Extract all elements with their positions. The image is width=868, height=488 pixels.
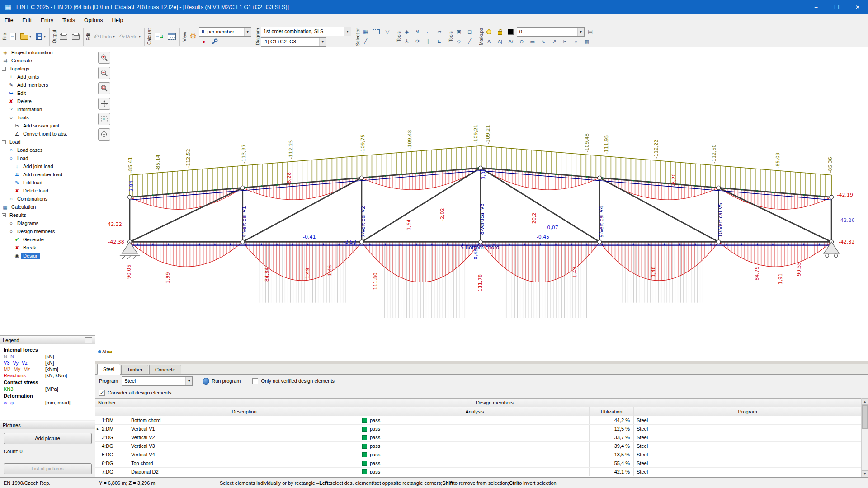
- chevron-down-icon[interactable]: ▾: [344, 27, 351, 36]
- scroll-up-button[interactable]: ▲: [862, 398, 868, 405]
- column-number[interactable]: Number: [95, 399, 128, 407]
- redo-button[interactable]: ↷Redo▾: [117, 28, 143, 46]
- tree-item-design-members[interactable]: ○Design members: [0, 227, 95, 235]
- zoom-window-button[interactable]: [98, 82, 110, 94]
- dropdown-icon[interactable]: ▾: [44, 34, 46, 38]
- truss-scene[interactable]: -85,41-85,14-112,52-113,97-112,25-109,75…: [95, 47, 868, 361]
- zoom-out-button[interactable]: [98, 67, 110, 79]
- pan-button[interactable]: [98, 98, 110, 110]
- dropdown-icon[interactable]: ▾: [139, 34, 141, 38]
- tree-item-edit-load[interactable]: ✎Edit load: [0, 178, 95, 187]
- table-row[interactable]: 4:DGVertical V3pass39,4 %Steel: [95, 442, 861, 450]
- column-analysis[interactable]: Analysis: [360, 407, 590, 416]
- tool-icon-button[interactable]: ⊾: [434, 37, 444, 46]
- scroll-thumb[interactable]: [862, 405, 868, 429]
- tree-item-load-sub[interactable]: ○Load: [0, 154, 95, 162]
- tab-steel[interactable]: Steel: [97, 364, 120, 375]
- tree-item-generate-design[interactable]: ✔Generate: [0, 235, 95, 244]
- tree-item-add-members[interactable]: ✎Add members: [0, 81, 95, 89]
- tree-item-information[interactable]: ?Information: [0, 105, 95, 113]
- tool-icon-button[interactable]: ∿: [538, 38, 548, 46]
- table-row[interactable]: 3:DGVertical V2pass33,7 %Steel: [95, 433, 861, 442]
- tool-icon-button[interactable]: ⊙: [517, 38, 527, 46]
- menu-tools[interactable]: Tools: [58, 14, 80, 26]
- table-row[interactable]: 6:DGTop chordpass55,4 %Steel: [95, 459, 861, 468]
- tab-timber[interactable]: Timber: [121, 365, 148, 374]
- tree-item-design[interactable]: ◉Design: [0, 252, 95, 260]
- chevron-down-icon[interactable]: ▾: [185, 377, 192, 385]
- tool-icon-button[interactable]: ⌐: [424, 28, 434, 36]
- table-scrollbar[interactable]: ▲ ▼: [861, 398, 868, 477]
- combination-combo[interactable]: 1st order combination, SLS▾: [261, 27, 351, 36]
- tool-icon-button[interactable]: ▱: [434, 28, 444, 36]
- highlight-button[interactable]: [484, 28, 494, 36]
- zoom-in-button[interactable]: [98, 52, 110, 64]
- tree-item-delete-load[interactable]: ✘Delete load: [0, 187, 95, 195]
- calculator-button[interactable]: [165, 28, 178, 46]
- tree-item-edit[interactable]: ↪Edit: [0, 89, 95, 97]
- checkbox-checked-icon[interactable]: ✓: [99, 390, 105, 396]
- list-of-pictures-button[interactable]: List of pictures: [4, 463, 92, 474]
- expander-icon[interactable]: −: [2, 67, 6, 71]
- tree-item-convert-joint-to-abs[interactable]: ∠Convert joint to abs.: [0, 130, 95, 138]
- markup-style-combo[interactable]: 0▾: [517, 27, 585, 37]
- print-button[interactable]: [57, 28, 70, 46]
- tool-icon-button[interactable]: ⅄: [402, 37, 412, 46]
- tool-icon-button[interactable]: A/: [506, 38, 516, 46]
- menu-help[interactable]: Help: [107, 14, 127, 26]
- menu-options[interactable]: Options: [80, 14, 107, 26]
- view-settings-button[interactable]: ⚙: [188, 28, 199, 46]
- expander-icon[interactable]: −: [2, 140, 6, 144]
- tree-item-tools[interactable]: ○Tools: [0, 113, 95, 122]
- tool-icon-button[interactable]: ✂: [560, 38, 570, 46]
- scroll-down-button[interactable]: ▼: [862, 470, 868, 477]
- open-file-button[interactable]: ▾: [18, 28, 33, 46]
- select-line-button[interactable]: ╱: [361, 37, 371, 46]
- tool-icon-button[interactable]: ⟳: [413, 37, 423, 46]
- tool-icon-button[interactable]: ▦: [582, 38, 592, 46]
- expander-icon[interactable]: −: [2, 213, 6, 217]
- dropdown-icon[interactable]: ▾: [29, 34, 31, 38]
- select-elements-button[interactable]: ▦: [361, 28, 371, 36]
- tree-item-delete[interactable]: ✘Delete: [0, 97, 95, 105]
- save-file-button[interactable]: ▾: [33, 28, 48, 46]
- menu-edit[interactable]: Edit: [18, 14, 36, 26]
- chevron-down-icon[interactable]: ▾: [244, 28, 251, 36]
- zoom-previous-button[interactable]: [98, 128, 110, 141]
- tool-icon-button[interactable]: ◻: [465, 28, 475, 36]
- column-description[interactable]: Description: [128, 407, 360, 416]
- markup-palette-button[interactable]: ▤: [585, 28, 595, 36]
- print-preview-button[interactable]: [70, 28, 82, 46]
- maximize-button[interactable]: ❐: [826, 0, 847, 14]
- tree-item-load-cases[interactable]: ○Load cases: [0, 146, 95, 154]
- tool-icon-button[interactable]: ◈: [402, 28, 412, 36]
- menu-entry[interactable]: Entry: [36, 14, 58, 26]
- if-per-member-combo[interactable]: IF per member▾: [199, 27, 251, 37]
- tree-item-results[interactable]: −Results: [0, 211, 95, 219]
- calculate-button[interactable]: ⇉: [152, 28, 165, 46]
- minimize-button[interactable]: –: [806, 0, 826, 14]
- tool-icon-button[interactable]: ▭: [528, 38, 538, 46]
- tool-icon-button[interactable]: ⌂: [571, 38, 581, 46]
- undo-button[interactable]: ↶Undo▾: [91, 28, 117, 46]
- table-row[interactable]: 1:DMBottom chordpass44,2 %Steel: [95, 416, 861, 425]
- table-row[interactable]: 5:DGVertical V4pass13,5 %Steel: [95, 450, 861, 459]
- horizontal-splitter[interactable]: [95, 361, 868, 364]
- tool-icon-button[interactable]: ↗: [549, 38, 559, 46]
- dropdown-icon[interactable]: ▾: [113, 34, 115, 38]
- tree-item-add-joints[interactable]: +Add joints: [0, 73, 95, 81]
- table-row[interactable]: ▸2:DMVertical V1pass12,5 %Steel: [95, 425, 861, 433]
- tool-icon-button[interactable]: ↯: [413, 28, 423, 36]
- only-not-verified-checkbox[interactable]: Only not verified design elements: [252, 378, 335, 384]
- tab-concrete[interactable]: Concrete: [149, 365, 181, 374]
- new-file-button[interactable]: [8, 28, 18, 46]
- tree-item-diagrams[interactable]: ○Diagrams: [0, 219, 95, 227]
- tree-item-break[interactable]: ✘Break: [0, 244, 95, 252]
- tree-item-calculation[interactable]: ▦Calculation: [0, 203, 95, 211]
- tool-icon-button[interactable]: ∥: [424, 37, 434, 46]
- tree-item-combinations[interactable]: ○Combinations: [0, 195, 95, 203]
- markup-color-button[interactable]: [506, 28, 516, 36]
- chevron-down-icon[interactable]: ▾: [319, 38, 326, 46]
- tree-item-add-member-load[interactable]: ⇊Add member load: [0, 170, 95, 178]
- tree-item-add-scissor-joint[interactable]: ✂Add scissor joint: [0, 122, 95, 130]
